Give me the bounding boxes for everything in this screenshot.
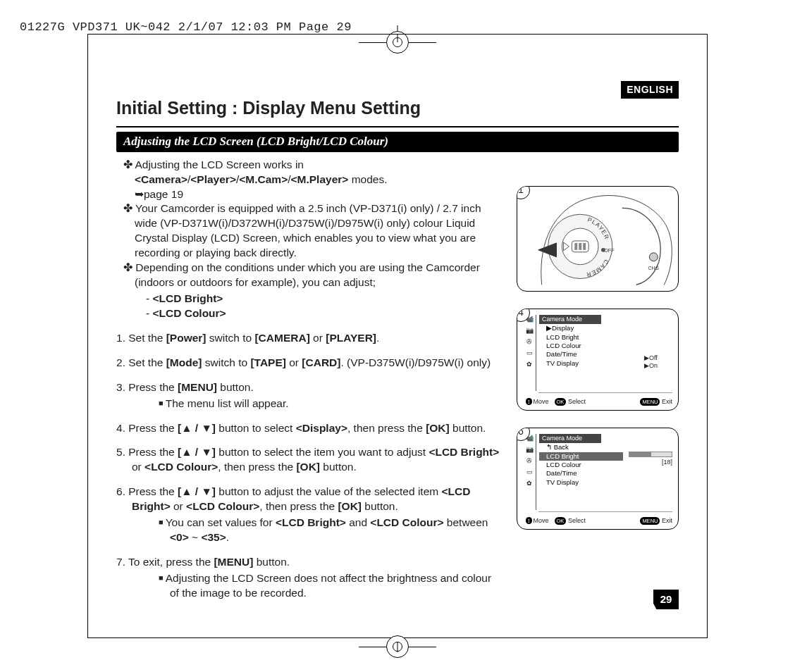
step-6-sub: You can set values for <LCD Bright> and … [159, 516, 500, 545]
move-hint: Move [526, 397, 549, 406]
menu-btn-icon: MENU [640, 517, 660, 525]
menu-item: Date/Time [539, 350, 644, 359]
menu-icon-column: 📹 📷 ✇ ▭ ✿ [523, 434, 536, 510]
svg-point-6 [601, 248, 605, 252]
figure-power-switch: 1 CHG PLAYER [517, 186, 679, 292]
figures-column: 1 CHG PLAYER [517, 158, 679, 547]
menu-hints: Move OK Select MENU Exit [523, 394, 672, 406]
menu-item: TV Display [539, 359, 644, 368]
adjust-item: <LCD Bright> [146, 292, 500, 306]
title-rule [116, 126, 679, 127]
menu-item: LCD Colour [539, 461, 623, 469]
page-title: Initial Setting : Display Menu Setting [116, 97, 679, 120]
figure-lcd-bright-adjust: 6 📹 📷 ✇ ▭ ✿ Camera Mode ↰ Back [517, 428, 679, 530]
page-ref: ➥page 19 [135, 188, 183, 200]
step-6: Press the [▲ / ▼] button to adjust the v… [116, 485, 500, 545]
menu-title: Camera Mode [539, 434, 601, 444]
svg-rect-10 [583, 243, 586, 250]
dial-mid-label: OFF [604, 247, 615, 254]
svg-point-1 [649, 253, 658, 261]
intro-line-3: ✤ Depending on the conditions under whic… [123, 261, 500, 290]
settings-icon: ✿ [526, 361, 532, 368]
menu-btn-icon: MENU [640, 398, 660, 406]
page-number: 29 [653, 590, 679, 609]
step-3-sub: The menu list will appear. [159, 397, 500, 411]
settings-icon: ✿ [526, 480, 532, 487]
menu-item: LCD Bright [539, 333, 644, 342]
menu-item-selected: LCD Bright [539, 452, 623, 461]
figure-display-menu: 4 📹 📷 ✇ ▭ ✿ Camera Mode ▶Display [517, 309, 679, 411]
section-subheading: Adjusting the LCD Screen (LCD Bright/LCD… [116, 132, 679, 152]
step-2: Set the [Mode] switch to [TAPE] or [CARD… [116, 356, 500, 371]
body-text-column: ✤ Adjusting the LCD Screen works in <Cam… [116, 158, 500, 611]
page-frame: ENGLISH Initial Setting : Display Menu S… [87, 34, 708, 638]
ok-btn-icon: OK [555, 517, 567, 525]
record-icon: ✇ [526, 339, 532, 345]
power-switch-illustration: CHG PLAYER OFF CAMERA [517, 187, 678, 291]
menu-icon-column: 📹 📷 ✇ ▭ ✿ [523, 315, 536, 391]
menu-side-values: ▶Off ▶On [644, 315, 672, 391]
adjust-item: <LCD Colour> [146, 306, 500, 321]
intro-line-2: ✤ Your Camcorder is equipped with a 2.5 … [123, 201, 500, 261]
memory-icon: ▭ [526, 469, 533, 475]
menu-item: LCD Colour [539, 342, 644, 350]
menu-back: ↰ Back [539, 443, 623, 452]
step-7: To exit, press the [MENU] button. Adjust… [116, 555, 500, 601]
svg-rect-9 [579, 243, 581, 250]
crop-mark [398, 642, 398, 652]
record-icon: ✇ [526, 458, 532, 464]
step-7-sub: Adjusting the LCD Screen does not affect… [159, 571, 500, 601]
language-badge: ENGLISH [621, 81, 679, 99]
menu-item: ▶Display [539, 324, 644, 332]
menu-hints: Move OK Select MENU Exit [523, 514, 672, 525]
menu-item: TV Display [539, 478, 623, 487]
camera-icon: 📷 [526, 328, 534, 334]
step-3: Press the [MENU] button. The menu list w… [116, 380, 500, 411]
value-slider [629, 452, 672, 457]
camera-icon: 📷 [526, 447, 534, 453]
memory-icon: ▭ [526, 350, 533, 356]
slider-value-area: [18] [623, 434, 672, 510]
step-5: Press the [▲ / ▼] button to select the i… [116, 445, 500, 475]
chg-label: CHG [648, 265, 659, 270]
svg-rect-8 [574, 243, 577, 250]
menu-item: Date/Time [539, 469, 623, 478]
step-1: Set the [Power] switch to [CAMERA] or [P… [116, 331, 500, 346]
slider-value: [18] [662, 459, 672, 466]
ok-btn-icon: OK [555, 398, 567, 406]
step-4: Press the [▲ / ▼] button to select <Disp… [116, 421, 500, 436]
move-hint: Move [526, 516, 549, 525]
intro-line-1: ✤ Adjusting the LCD Screen works in <Cam… [123, 158, 500, 202]
menu-title: Camera Mode [539, 315, 601, 325]
